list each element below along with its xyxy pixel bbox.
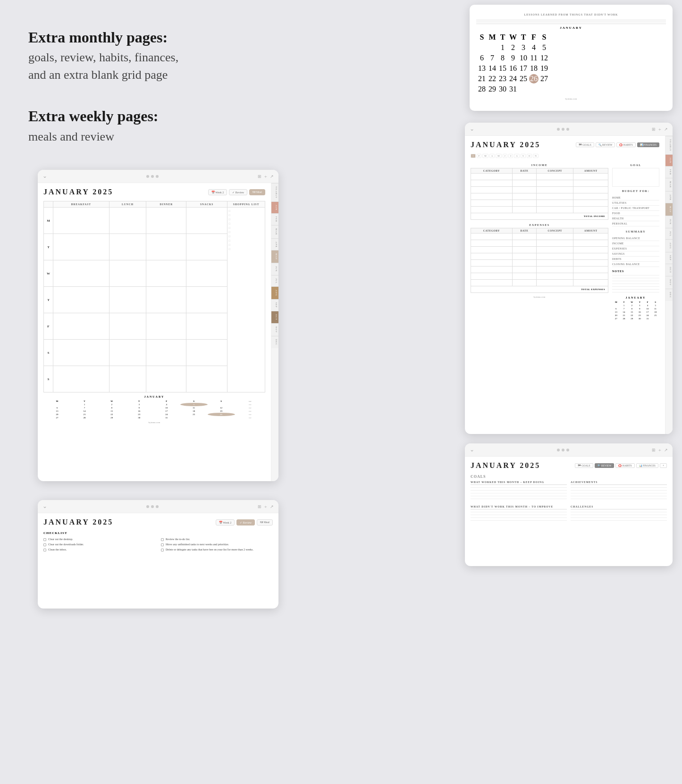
mtab-m2[interactable]: M <box>496 154 501 158</box>
checkbox[interactable] <box>161 538 164 541</box>
zoom-icon-fin[interactable]: ⊞ <box>652 127 656 132</box>
share-icon-gr[interactable]: ↗ <box>664 448 668 452</box>
mtab-s[interactable]: S <box>521 154 526 158</box>
fin-header-dots <box>557 128 569 131</box>
tab-review[interactable]: ✓ Review <box>229 189 247 195</box>
mini-cal-table: MTWTFSSww 12345ww 6789101112ww 131415161… <box>43 400 265 419</box>
fin-apr-tab[interactable]: APR <box>665 191 673 203</box>
mtab-j[interactable]: J <box>503 154 507 158</box>
checklist-item: Clear out the desktop. <box>43 538 155 541</box>
ftab-goals[interactable]: 🏁 GOALS <box>576 142 594 147</box>
mtab-3[interactable]: 3 <box>471 154 476 158</box>
card-tabs[interactable]: 📅 Week 2 ✓ Review 🍽 Meal <box>208 189 265 195</box>
checkbox[interactable] <box>43 543 46 546</box>
review-title-row: JANUARY 2025 📅 Week 2 ✓ Review 🍽 Meal <box>43 518 273 526</box>
checkbox[interactable] <box>43 538 46 541</box>
apr-tab[interactable]: APR <box>271 238 278 250</box>
goals-review-card: ⌄ ⊞ + ↗ JANUARY 2025 🏁 GOALS 🔍 REVIEW ⭕ … <box>465 443 673 566</box>
aug-tab[interactable]: AUG <box>271 286 278 299</box>
checklist-item: Move any unfinished tasks to next weeks … <box>161 543 273 546</box>
fin-sep-tab[interactable]: SEP <box>665 252 673 264</box>
zoom-icon-gr[interactable]: ⊞ <box>652 448 656 452</box>
checkbox[interactable] <box>161 549 164 551</box>
byinma-credit: byinma.com <box>476 98 666 100</box>
tab-review-active[interactable]: ✓ Review <box>236 519 255 525</box>
jan-tab[interactable]: JAN <box>271 201 278 213</box>
checkbox[interactable] <box>43 549 46 551</box>
what-worked-title: WHAT WORKED THIS MONTH – KEEP DOING <box>471 481 567 485</box>
income-label: INCOME <box>471 164 608 167</box>
ftab-finances[interactable]: 📊 FINANCES <box>637 142 659 147</box>
add-icon[interactable]: + <box>264 174 267 179</box>
add-icon-fin[interactable]: + <box>658 126 661 132</box>
gr-tab-extra[interactable]: + <box>660 463 667 468</box>
mtab-3b[interactable]: 3 <box>508 154 514 158</box>
fin-dec-tab[interactable]: DEC <box>665 289 673 301</box>
fin-yearly-tab[interactable]: YEARLY <box>665 136 673 154</box>
gr-tab-goals[interactable]: 🏁 GOALS <box>575 463 593 468</box>
gr-tab-finances[interactable]: 📊 FINANCES <box>636 463 658 468</box>
gr-nav-tabs[interactable]: 🏁 GOALS 🔍 REVIEW ⭕ HABITS 📊 FINANCES + <box>575 463 667 468</box>
fin-mini-calendar: JANUARY MTWTFS 12345 67891011 1314151617… <box>612 296 659 320</box>
dec-tab[interactable]: DEC <box>271 336 278 348</box>
may-tab[interactable]: MAY <box>271 250 278 263</box>
tab-week2[interactable]: 📅 Week 2 <box>208 189 227 195</box>
zoom-icon-review[interactable]: ⊞ <box>258 504 261 509</box>
gr-tab-habits[interactable]: ⭕ HABITS <box>615 463 634 468</box>
add-icon-gr[interactable]: + <box>658 447 661 453</box>
mtab-f[interactable]: F <box>477 154 482 158</box>
yearly-tab[interactable]: YEARLY <box>271 183 278 201</box>
add-icon-review[interactable]: + <box>264 504 267 509</box>
summary-opening: OPENING BALANCE <box>612 236 659 241</box>
mar-tab[interactable]: MAR <box>271 225 278 238</box>
challenges-title: CHALLENGES <box>571 505 667 509</box>
january-section: JANUARY SMTWTFS 12345 6789101112 1314151… <box>476 26 666 95</box>
fin-month-title: JANUARY 2025 <box>471 141 540 149</box>
nov-tab[interactable]: NOV <box>271 323 278 336</box>
tab-meal[interactable]: 🍽 Meal <box>249 189 265 195</box>
tab-meal-review[interactable]: 🍽 Meal <box>257 519 273 525</box>
mtab-a2[interactable]: A <box>514 154 520 158</box>
fin-feb-tab[interactable]: FEB <box>665 166 673 178</box>
gr-header-icons: ⊞ + ↗ <box>652 447 668 453</box>
fin-header-icons: ⊞ + ↗ <box>652 126 668 132</box>
fin-oct-tab[interactable]: OCT <box>665 264 673 276</box>
window-control-fin: ⌄ <box>470 125 474 133</box>
card-header: ⌄ ⊞ + ↗ <box>38 170 278 183</box>
expenses-table: CATEGORYDATECONCEPTAMOUNT <box>471 228 608 293</box>
fin-mar-tab[interactable]: MAR <box>665 178 673 191</box>
col-snacks: SNACKS <box>186 201 227 208</box>
share-icon[interactable]: ↗ <box>270 174 274 179</box>
feb-tab[interactable]: FEB <box>271 213 278 225</box>
zoom-icon[interactable]: ⊞ <box>258 174 261 179</box>
fin-may-tab[interactable]: MAY <box>665 203 673 216</box>
mtab-o[interactable]: O <box>527 154 532 158</box>
col-dinner: DINNER <box>146 201 186 208</box>
jul-tab[interactable]: JUL <box>271 275 278 287</box>
mtab-n[interactable]: N <box>533 154 539 158</box>
review-card-tabs[interactable]: 📅 Week 2 ✓ Review 🍽 Meal <box>216 519 273 525</box>
checkbox[interactable] <box>161 543 164 546</box>
fin-aug-tab[interactable]: AUG <box>665 239 673 252</box>
checklist-text: Clean the inbox. <box>48 548 67 551</box>
sep-tab[interactable]: SEP <box>271 299 278 311</box>
mini-cal-title: JANUARY <box>43 395 265 398</box>
jun-tab[interactable]: JUN <box>271 263 278 275</box>
ftab-habits[interactable]: ⭕ HABITS <box>616 142 635 147</box>
ftab-review[interactable]: 🔍 REVIEW <box>596 142 615 147</box>
tab-week2-review[interactable]: 📅 Week 2 <box>216 519 235 525</box>
fin-jan-tab[interactable]: JAN <box>665 154 673 166</box>
share-icon-fin[interactable]: ↗ <box>664 127 668 132</box>
fin-jul-tab[interactable]: JUL <box>665 228 673 240</box>
section1-desc: goals, review, habits, finances,and an e… <box>28 49 255 83</box>
month-tabs[interactable]: 3 F M A M J 3 A S O N <box>471 154 659 158</box>
gr-tab-review[interactable]: 🔍 REVIEW <box>595 463 615 468</box>
fin-jun-tab[interactable]: JUN <box>665 216 673 227</box>
mtab-a[interactable]: A <box>489 154 495 158</box>
mtab-m[interactable]: M <box>482 154 488 158</box>
share-icon-review[interactable]: ↗ <box>270 504 274 509</box>
budget-home: HOME <box>612 195 659 200</box>
finance-nav-tabs[interactable]: 🏁 GOALS 🔍 REVIEW ⭕ HABITS 📊 FINANCES <box>576 142 659 147</box>
oct-tab[interactable]: OCT <box>271 311 278 323</box>
fin-nov-tab[interactable]: NOV <box>665 276 673 289</box>
